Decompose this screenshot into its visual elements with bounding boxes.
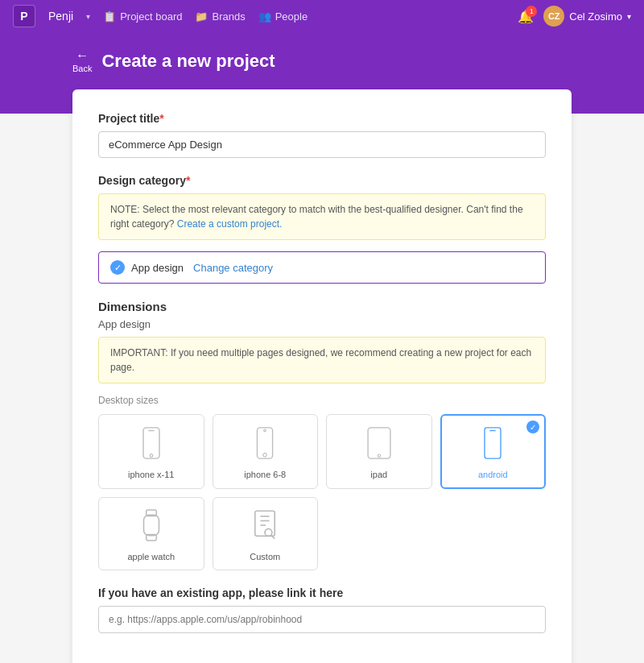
page-title: Create a new project bbox=[101, 51, 275, 72]
required-star: * bbox=[159, 112, 163, 125]
dimensions-section: Dimensions App design IMPORTANT: If you … bbox=[98, 300, 546, 570]
device-android[interactable]: ✓ android bbox=[440, 414, 547, 489]
avatar: CZ bbox=[543, 6, 564, 27]
project-title-input[interactable] bbox=[98, 131, 546, 158]
app-link-title: If you have an existing app, please link… bbox=[98, 586, 546, 599]
svg-point-17 bbox=[265, 528, 272, 536]
navbar: P Penji ▾ 📋 Project board 📁 Brands 👥 Peo… bbox=[0, 0, 644, 32]
svg-rect-6 bbox=[368, 428, 390, 458]
design-category-label: Design category* bbox=[98, 174, 546, 187]
create-custom-link[interactable]: Create a custom project. bbox=[177, 218, 283, 230]
main-content: Project title* Design category* NOTE: Se… bbox=[56, 89, 588, 663]
app-design-label: App design bbox=[98, 318, 546, 330]
project-title-section: Project title* bbox=[98, 112, 546, 158]
device-name: apple watch bbox=[127, 552, 175, 561]
iphone-68-icon bbox=[250, 427, 279, 465]
category-name: App design bbox=[131, 262, 184, 274]
dimensions-title: Dimensions bbox=[98, 300, 546, 313]
category-note: NOTE: Select the most relevant category … bbox=[98, 193, 546, 240]
project-board-icon: 📋 bbox=[103, 10, 116, 23]
design-category-section: Design category* NOTE: Select the most r… bbox=[98, 174, 546, 284]
device-name: iphone 6-8 bbox=[244, 470, 286, 479]
change-category-link[interactable]: Change category bbox=[193, 262, 273, 274]
device-name: android bbox=[478, 470, 508, 479]
android-check-icon: ✓ bbox=[526, 421, 539, 433]
device-empty-1 bbox=[326, 497, 432, 570]
app-link-input[interactable] bbox=[98, 606, 546, 633]
category-check-icon: ✓ bbox=[110, 260, 125, 275]
device-grid-row2: apple watch Custom bbox=[98, 497, 546, 570]
form-card: Project title* Design category* NOTE: Se… bbox=[72, 89, 572, 663]
device-ipad[interactable]: ipad bbox=[326, 414, 432, 489]
user-name: Cel Zosimo bbox=[569, 10, 622, 23]
back-button[interactable]: ← Back bbox=[72, 48, 92, 73]
svg-point-7 bbox=[378, 454, 380, 457]
svg-rect-10 bbox=[143, 515, 159, 535]
svg-point-2 bbox=[150, 454, 153, 458]
nav-people[interactable]: 👥 People bbox=[258, 10, 308, 23]
project-title-label: Project title* bbox=[98, 112, 546, 125]
brands-icon: 📁 bbox=[195, 10, 208, 23]
svg-point-5 bbox=[263, 454, 266, 457]
notification-badge: 1 bbox=[526, 6, 537, 17]
device-empty-2 bbox=[440, 497, 547, 570]
back-label: Back bbox=[72, 64, 92, 73]
user-menu[interactable]: CZ Cel Zosimo ▾ bbox=[543, 6, 631, 27]
apple-watch-icon bbox=[137, 509, 166, 547]
people-icon: 👥 bbox=[258, 10, 271, 23]
device-name: ipad bbox=[370, 470, 387, 479]
brand-caret-icon[interactable]: ▾ bbox=[86, 12, 90, 21]
category-selected-box: ✓ App design Change category bbox=[98, 251, 546, 284]
important-note: IMPORTANT: If you need multiple pages de… bbox=[98, 337, 546, 383]
navbar-right: 🔔 1 CZ Cel Zosimo ▾ bbox=[518, 6, 631, 27]
nav-brands[interactable]: 📁 Brands bbox=[195, 10, 245, 23]
device-name: Custom bbox=[250, 552, 280, 561]
user-caret-icon: ▾ bbox=[627, 12, 631, 21]
category-required-star: * bbox=[186, 174, 190, 187]
device-iphone-68[interactable]: iphone 6-8 bbox=[213, 414, 319, 489]
desktop-sizes-label: Desktop sizes bbox=[98, 395, 546, 406]
iphone-x11-icon bbox=[137, 427, 166, 465]
android-icon bbox=[478, 427, 507, 465]
notification-button[interactable]: 🔔 1 bbox=[518, 9, 534, 24]
device-name: iphone x-11 bbox=[128, 470, 175, 479]
device-grid-row1: iphone x-11 iphone 6-8 bbox=[98, 414, 546, 489]
device-apple-watch[interactable]: apple watch bbox=[98, 497, 204, 570]
svg-point-4 bbox=[264, 429, 266, 432]
svg-rect-8 bbox=[485, 428, 501, 458]
nav-project-board[interactable]: 📋 Project board bbox=[103, 10, 182, 23]
brand-logo[interactable]: P bbox=[13, 5, 35, 27]
back-arrow-icon: ← bbox=[76, 48, 89, 63]
custom-icon bbox=[250, 509, 279, 547]
device-custom[interactable]: Custom bbox=[213, 497, 319, 570]
app-link-section: If you have an existing app, please link… bbox=[98, 586, 546, 649]
ipad-icon bbox=[365, 427, 394, 465]
navbar-left: P Penji ▾ 📋 Project board 📁 Brands 👥 Peo… bbox=[13, 5, 308, 27]
brand-name: Penji bbox=[48, 10, 73, 23]
device-iphone-x11[interactable]: iphone x-11 bbox=[98, 414, 204, 489]
svg-rect-3 bbox=[258, 428, 273, 458]
